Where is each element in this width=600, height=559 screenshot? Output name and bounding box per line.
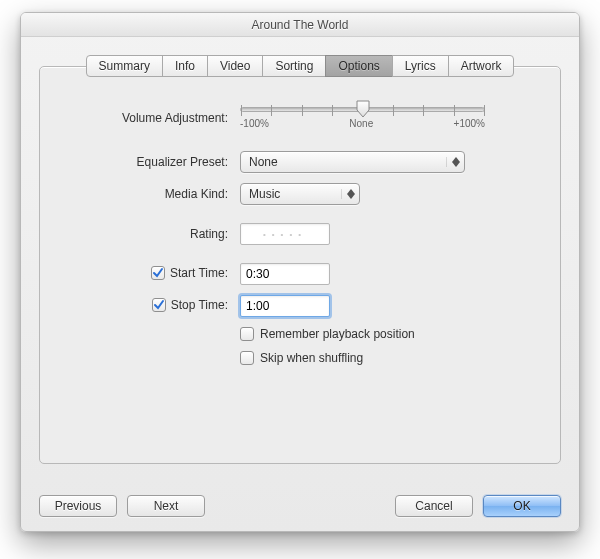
tab-sorting[interactable]: Sorting [262, 55, 326, 77]
media-kind-select[interactable]: Music [240, 183, 360, 205]
tab-video[interactable]: Video [207, 55, 263, 77]
window-title: Around The World [21, 13, 579, 37]
updown-icon [446, 157, 460, 167]
stop-time-input[interactable] [240, 295, 330, 317]
content-area: Summary Info Video Sorting Options Lyric… [21, 37, 579, 531]
equalizer-preset-label: Equalizer Preset: [40, 155, 240, 169]
stop-time-label: Stop Time: [171, 298, 228, 312]
slider-min-label: -100% [240, 118, 269, 129]
tab-info[interactable]: Info [162, 55, 208, 77]
slider-center-label: None [349, 118, 373, 129]
equalizer-preset-value: None [249, 155, 278, 169]
media-kind-value: Music [249, 187, 280, 201]
remember-playback-checkbox[interactable] [240, 327, 254, 341]
start-time-checkbox[interactable] [151, 266, 165, 280]
start-time-label: Start Time: [170, 266, 228, 280]
skip-shuffle-checkbox[interactable] [240, 351, 254, 365]
dialog-footer: Previous Next Cancel OK [39, 495, 561, 517]
options-panel: Volume Adjustment: [39, 66, 561, 464]
remember-playback-label: Remember playback position [260, 327, 415, 341]
rating-label: Rating: [40, 227, 240, 241]
tab-summary[interactable]: Summary [86, 55, 163, 77]
volume-slider[interactable]: -100% None +100% [240, 107, 485, 129]
stop-time-checkbox[interactable] [152, 298, 166, 312]
tab-artwork[interactable]: Artwork [448, 55, 515, 77]
previous-button[interactable]: Previous [39, 495, 117, 517]
cancel-button[interactable]: Cancel [395, 495, 473, 517]
next-button[interactable]: Next [127, 495, 205, 517]
skip-shuffle-label: Skip when shuffling [260, 351, 363, 365]
ok-button[interactable]: OK [483, 495, 561, 517]
rating-input[interactable]: ••••• [240, 223, 330, 245]
media-kind-label: Media Kind: [40, 187, 240, 201]
tab-lyrics[interactable]: Lyrics [392, 55, 449, 77]
get-info-window: Around The World Summary Info Video Sort… [20, 12, 580, 532]
equalizer-preset-select[interactable]: None [240, 151, 465, 173]
slider-max-label: +100% [454, 118, 485, 129]
tab-bar: Summary Info Video Sorting Options Lyric… [39, 55, 561, 77]
start-time-input[interactable] [240, 263, 330, 285]
updown-icon [341, 189, 355, 199]
tab-options[interactable]: Options [325, 55, 392, 77]
volume-adjustment-label: Volume Adjustment: [40, 111, 240, 125]
